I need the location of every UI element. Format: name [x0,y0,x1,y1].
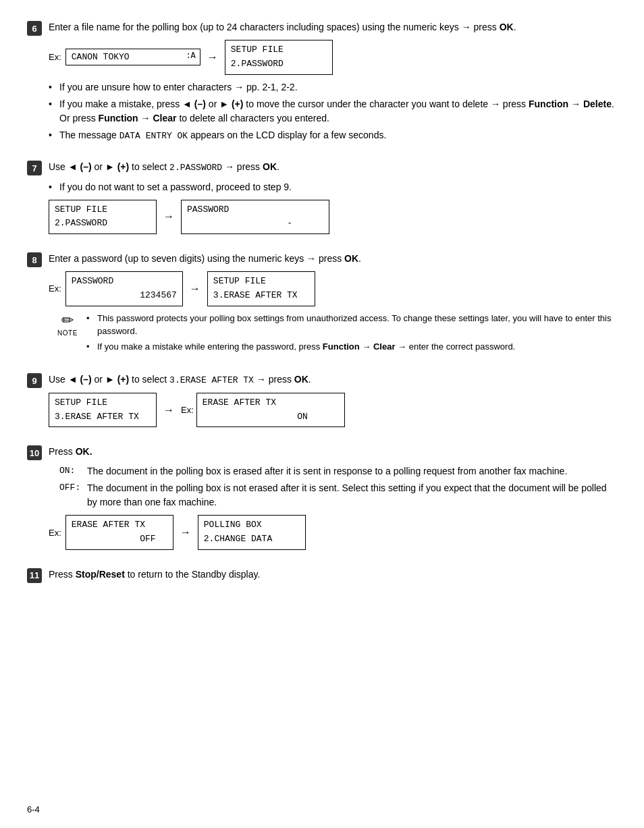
step-10-lcd-right: POLLING BOX 2.CHANGE DATA [198,515,306,550]
pencil-icon: ✏ [55,312,80,329]
step-8-lcd-left-line1: PASSWORD [72,275,177,289]
step-6-lcd-right: SETUP FILE 2.PASSWORD [225,40,333,75]
step-8-ex-label: Ex: [49,283,61,294]
step-8-content: Enter a password (up to seven digits) us… [49,252,617,360]
step-7-lcd-right-line1: PASSWORD [187,203,323,217]
note-icon: ✏ NOTE [55,312,80,337]
step-6-lcd-right-line2: 2.PASSWORD [231,57,327,72]
step-6-content: Enter a file name for the polling box (u… [49,20,617,148]
step-10-lcd-row: Ex: ERASE AFTER TX OFF → POLLING BOX 2.C… [49,515,617,550]
step-10-lcd-left: ERASE AFTER TX OFF [65,515,173,550]
step-7-lcd-left-line1: SETUP FILE [55,203,151,217]
step-10-on-off: ON: The document in the polling box is e… [59,464,617,509]
off-text: The document in the polling box is not e… [87,481,617,509]
step-11-content: Press Stop/Reset to return to the Standb… [49,568,617,587]
off-label: OFF: [59,481,83,509]
step-7-sub-bullets: If you do not want to set a password, pr… [49,180,617,194]
step-6-text: Enter a file name for the polling box (u… [49,20,617,34]
on-text: The document in the polling box is erase… [87,464,567,478]
step-8-arrow: → [187,283,203,295]
step-9-content: Use ◄ (–) or ► (+) to select 3.ERASE AFT… [49,372,617,433]
step-7-lcd-row: SETUP FILE 2.PASSWORD → PASSWORD - [49,200,617,235]
step-number-8: 8 [27,252,42,267]
step-8-lcd-right-line2: 3.ERASE AFTER TX [213,289,309,303]
page-footer: 6-4 [27,804,40,815]
step-9-lcd-right: ERASE AFTER TX ON [196,393,345,428]
step-number-11: 11 [27,568,42,583]
step-9-lcd-row: SETUP FILE 3.ERASE AFTER TX → Ex: ERASE … [49,393,617,428]
step-10-arrow: → [178,526,194,539]
step-10-lcd-left-line2: OFF [72,532,167,547]
page-number: 6-4 [27,804,40,815]
note-bullet-1: This password protects your polling box … [86,312,617,338]
step-8-lcd-right: SETUP FILE 3.ERASE AFTER TX [207,271,315,306]
step-10: 10 Press OK. ON: The document in the pol… [27,445,617,555]
step-7-lcd-left: SETUP FILE 2.PASSWORD [49,200,157,235]
step-9-lcd-left: SETUP FILE 3.ERASE AFTER TX [49,393,157,428]
step-8-note: ✏ NOTE This password protects your polli… [55,312,617,356]
step-6-bullet-3: The message DATA ENTRY OK appears on the… [49,128,617,143]
step-8-lcd-right-line1: SETUP FILE [213,275,309,289]
step-9-lcd-left-line1: SETUP FILE [55,396,151,410]
note-content: This password protects your polling box … [86,312,617,356]
step-9-lcd-right-line1: ERASE AFTER TX [203,396,339,410]
step-9: 9 Use ◄ (–) or ► (+) to select 3.ERASE A… [27,372,617,433]
step-6-bullet-2: If you make a mistake, press ◄ (–) or ► … [49,97,617,126]
step-10-lcd-right-line1: POLLING BOX [204,518,300,532]
step-9-lcd-right-line2: ON [203,410,339,424]
step-7-content: Use ◄ (–) or ► (+) to select 2.PASSWORD … [49,160,617,240]
step-6-lcd-left-line1: CANON TOKYO [72,52,130,62]
step-7-lcd-left-line2: 2.PASSWORD [55,217,151,231]
step-8-lcd-left-line2: 1234567 [72,289,177,303]
step-8-lcd-left: PASSWORD 1234567 [65,271,183,306]
step-9-ex-label: Ex: [181,405,194,415]
note-bullet-2: If you make a mistake while entering the… [86,340,617,354]
step-8-text: Enter a password (up to seven digits) us… [49,252,617,266]
step-10-content: Press OK. ON: The document in the pollin… [49,445,617,555]
off-row: OFF: The document in the polling box is … [59,481,617,509]
step-9-lcd-left-line2: 3.ERASE AFTER TX [55,410,151,424]
step-7-lcd-right: PASSWORD - [181,200,329,235]
step-6: 6 Enter a file name for the polling box … [27,20,617,148]
step-6-colon-a: :A [186,51,195,61]
step-9-text: Use ◄ (–) or ► (+) to select 3.ERASE AFT… [49,372,617,387]
step-7-text: Use ◄ (–) or ► (+) to select 2.PASSWORD … [49,160,617,175]
step-11: 11 Press Stop/Reset to return to the Sta… [27,568,617,587]
step-8-lcd-row: Ex: PASSWORD 1234567 → SETUP FILE 3.ERAS… [49,271,617,306]
step-10-text: Press OK. [49,445,617,459]
step-6-bullet-1: If you are unsure how to enter character… [49,80,617,94]
note-label: NOTE [55,329,80,337]
step-6-arrow: → [205,51,221,63]
step-7: 7 Use ◄ (–) or ► (+) to select 2.PASSWOR… [27,160,617,240]
step-7-bullet-1: If you do not want to set a password, pr… [49,180,617,194]
step-10-lcd-left-line1: ERASE AFTER TX [72,518,167,532]
step-6-lcd-left: CANON TOKYO :A [65,49,200,65]
step-number-9: 9 [27,373,42,388]
step-10-lcd-right-line2: 2.CHANGE DATA [204,532,300,547]
step-number-6: 6 [27,21,42,36]
step-10-ex-label: Ex: [49,528,61,538]
step-7-arrow: → [161,211,177,223]
step-9-arrow: → [161,404,177,416]
step-number-7: 7 [27,161,42,175]
step-7-lcd-right-line2: - [187,217,323,231]
step-6-lcd-right-line1: SETUP FILE [231,43,327,57]
step-11-text: Press Stop/Reset to return to the Standb… [49,568,617,582]
on-row: ON: The document in the polling box is e… [59,464,617,478]
step-6-bullets: If you are unsure how to enter character… [49,80,617,143]
step-6-ex-label: Ex: [49,52,61,62]
on-label: ON: [59,464,83,478]
step-6-lcd-row: Ex: CANON TOKYO :A → SETUP FILE 2.PASSWO… [49,40,617,75]
step-8: 8 Enter a password (up to seven digits) … [27,252,617,360]
step-number-10: 10 [27,445,42,460]
